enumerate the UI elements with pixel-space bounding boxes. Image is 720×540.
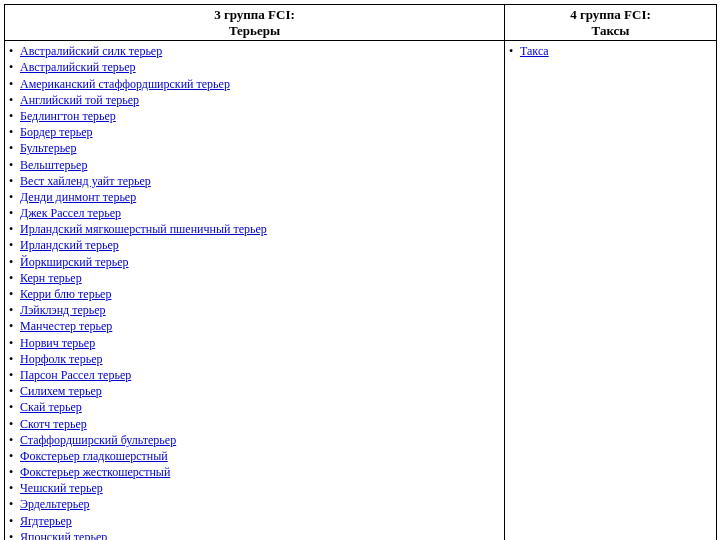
list-item: • Лэйклэнд терьер (9, 302, 500, 318)
breed-link[interactable]: Английский той терьер (20, 93, 139, 107)
group3-list: • Австралийский силк терьер• Австралийск… (9, 43, 500, 540)
breed-link[interactable]: Бультерьер (20, 141, 76, 155)
list-item: • Вест хайленд уайт терьер (9, 173, 500, 189)
breed-link[interactable]: Лэйклэнд терьер (20, 303, 106, 317)
breed-link[interactable]: Бордер терьер (20, 125, 93, 139)
bullet-icon: • (9, 43, 17, 59)
list-item: • Американский стаффордширский терьер (9, 76, 500, 92)
group4-list: • Такса (509, 43, 712, 59)
bullet-icon: • (9, 173, 17, 189)
group3-header-line2: Терьеры (229, 23, 280, 38)
group4-header-line2: Таксы (592, 23, 630, 38)
list-item: • Норфолк терьер (9, 351, 500, 367)
breed-link[interactable]: Норфолк терьер (20, 352, 102, 366)
bullet-icon: • (9, 335, 17, 351)
breed-link[interactable]: Такса (520, 44, 549, 58)
bullet-icon: • (9, 189, 17, 205)
list-item: • Йоркширский терьер (9, 254, 500, 270)
breed-link[interactable]: Денди динмонт терьер (20, 190, 136, 204)
breed-link[interactable]: Фокстерьер жесткошерстный (20, 465, 170, 479)
list-item: • Японский терьер (9, 529, 500, 540)
bullet-icon: • (9, 140, 17, 156)
bullet-icon: • (9, 302, 17, 318)
bullet-icon: • (9, 318, 17, 334)
bullet-icon: • (9, 286, 17, 302)
bullet-icon: • (9, 351, 17, 367)
list-item: • Ирландский терьер (9, 237, 500, 253)
list-item: • Бордер терьер (9, 124, 500, 140)
breed-link[interactable]: Вельштерьер (20, 158, 87, 172)
breed-link[interactable]: Норвич терьер (20, 336, 95, 350)
list-item: • Такса (509, 43, 712, 59)
bullet-icon: • (9, 383, 17, 399)
breed-link[interactable]: Скотч терьер (20, 417, 87, 431)
list-item: • Вельштерьер (9, 157, 500, 173)
breed-link[interactable]: Манчестер терьер (20, 319, 112, 333)
list-item: • Джек Рассел терьер (9, 205, 500, 221)
bullet-icon: • (9, 464, 17, 480)
list-item: • Парсон Рассел терьер (9, 367, 500, 383)
list-item: • Ягдтерьер (9, 513, 500, 529)
bullet-icon: • (9, 59, 17, 75)
list-item: • Керри блю терьер (9, 286, 500, 302)
list-item: • Английский той терьер (9, 92, 500, 108)
breed-link[interactable]: Японский терьер (20, 530, 107, 540)
bullet-icon: • (9, 270, 17, 286)
breed-link[interactable]: Парсон Рассел терьер (20, 368, 131, 382)
bullet-icon: • (9, 221, 17, 237)
bullet-icon: • (9, 432, 17, 448)
breed-link[interactable]: Ирландский мягкошерстный пшеничный терье… (20, 222, 267, 236)
breed-link[interactable]: Австралийский силк терьер (20, 44, 162, 58)
list-item: • Норвич терьер (9, 335, 500, 351)
fci-groups-table: 3 группа FCI: Терьеры 4 группа FCI: Такс… (4, 4, 717, 540)
bullet-icon: • (9, 205, 17, 221)
breed-link[interactable]: Чешский терьер (20, 481, 103, 495)
bullet-icon: • (9, 480, 17, 496)
list-item: • Скотч терьер (9, 416, 500, 432)
bullet-icon: • (9, 237, 17, 253)
list-item: • Манчестер терьер (9, 318, 500, 334)
breed-link[interactable]: Австралийский терьер (20, 60, 136, 74)
breed-link[interactable]: Джек Рассел терьер (20, 206, 121, 220)
list-item: • Бультерьер (9, 140, 500, 156)
breed-link[interactable]: Скай терьер (20, 400, 82, 414)
bullet-icon: • (9, 496, 17, 512)
group3-header: 3 группа FCI: Терьеры (5, 5, 505, 41)
breed-link[interactable]: Стаффордширский бультерьер (20, 433, 176, 447)
bullet-icon: • (9, 254, 17, 270)
list-item: • Австралийский силк терьер (9, 43, 500, 59)
breed-link[interactable]: Эрдельтерьер (20, 497, 90, 511)
breed-link[interactable]: Фокстерьер гладкошерстный (20, 449, 168, 463)
bullet-icon: • (9, 448, 17, 464)
list-item: • Австралийский терьер (9, 59, 500, 75)
group4-header: 4 группа FCI: Таксы (505, 5, 717, 41)
group4-cell: • Такса (505, 41, 717, 540)
bullet-icon: • (9, 157, 17, 173)
list-item: • Эрдельтерьер (9, 496, 500, 512)
list-item: • Стаффордширский бультерьер (9, 432, 500, 448)
group3-cell: • Австралийский силк терьер• Австралийск… (5, 41, 505, 540)
breed-link[interactable]: Бедлингтон терьер (20, 109, 116, 123)
breed-link[interactable]: Йоркширский терьер (20, 255, 129, 269)
list-item: • Бедлингтон терьер (9, 108, 500, 124)
bullet-icon: • (9, 124, 17, 140)
group3-header-line1: 3 группа FCI: (214, 7, 295, 22)
bullet-icon: • (9, 367, 17, 383)
bullet-icon: • (9, 513, 17, 529)
list-item: • Силихем терьер (9, 383, 500, 399)
breed-link[interactable]: Керри блю терьер (20, 287, 111, 301)
bullet-icon: • (9, 416, 17, 432)
list-item: • Керн терьер (9, 270, 500, 286)
group4-header-line1: 4 группа FCI: (570, 7, 651, 22)
bullet-icon: • (9, 76, 17, 92)
breed-link[interactable]: Американский стаффордширский терьер (20, 77, 230, 91)
breed-link[interactable]: Ирландский терьер (20, 238, 119, 252)
breed-link[interactable]: Вест хайленд уайт терьер (20, 174, 151, 188)
list-item: • Ирландский мягкошерстный пшеничный тер… (9, 221, 500, 237)
breed-link[interactable]: Силихем терьер (20, 384, 102, 398)
breed-link[interactable]: Керн терьер (20, 271, 82, 285)
bullet-icon: • (509, 43, 517, 59)
breed-link[interactable]: Ягдтерьер (20, 514, 72, 528)
bullet-icon: • (9, 399, 17, 415)
list-item: • Фокстерьер гладкошерстный (9, 448, 500, 464)
